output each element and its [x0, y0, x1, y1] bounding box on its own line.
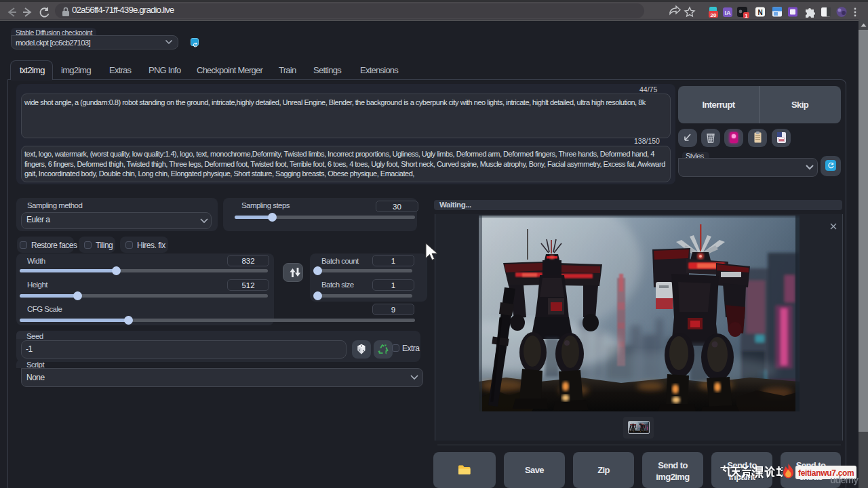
- svg-text:IA: IA: [725, 9, 732, 16]
- svg-text:1: 1: [745, 13, 748, 19]
- svg-text:20: 20: [711, 12, 717, 18]
- svg-text:N: N: [757, 9, 762, 16]
